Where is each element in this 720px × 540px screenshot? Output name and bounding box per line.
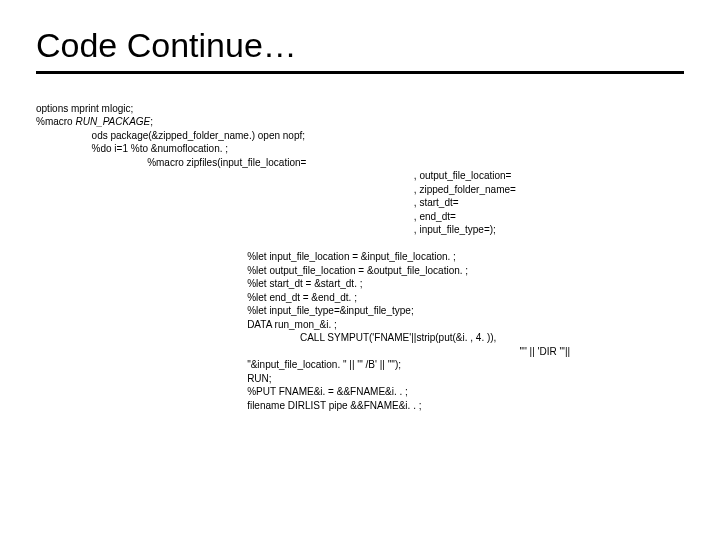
code-line: CALL SYMPUT('FNAME'||strip(put(&i. , 4. …	[36, 332, 496, 343]
code-line	[36, 238, 39, 249]
code-line: filename DIRLIST pipe &&FNAME&i. . ;	[36, 400, 421, 411]
code-line: ods package(&zipped_folder_name.) open n…	[36, 130, 305, 141]
code-line: %PUT FNAME&i. = &&FNAME&i. . ;	[36, 386, 408, 397]
code-line: %macro	[36, 116, 75, 127]
title-rule	[36, 71, 684, 74]
code-line: , input_file_type=);	[36, 224, 496, 235]
code-block: options mprint mlogic; %macro RUN_PACKAG…	[36, 88, 684, 426]
code-line: "&input_file_location. " || '" /B' || '"…	[36, 359, 401, 370]
code-line: %do i=1 %to &numoflocation. ;	[36, 143, 228, 154]
code-line: '"' || 'DIR "'||	[36, 346, 570, 357]
code-line: %let input_file_location = &input_file_l…	[36, 251, 456, 262]
macro-name: RUN_PACKAGE	[75, 116, 150, 127]
code-line: %let start_dt = &start_dt. ;	[36, 278, 362, 289]
code-line: %let output_file_location = &output_file…	[36, 265, 468, 276]
code-line: , zipped_folder_name=	[36, 184, 516, 195]
code-line: %macro zipfiles(input_file_location=	[36, 157, 306, 168]
code-line: DATA run_mon_&i. ;	[36, 319, 337, 330]
code-line: , output_file_location=	[36, 170, 511, 181]
code-line: , start_dt=	[36, 197, 459, 208]
code-line: options mprint mlogic;	[36, 103, 133, 114]
code-line: , end_dt=	[36, 211, 456, 222]
code-line: %let end_dt = &end_dt. ;	[36, 292, 357, 303]
code-line: ;	[150, 116, 153, 127]
code-line: %let input_file_type=&input_file_type;	[36, 305, 414, 316]
code-line: RUN;	[36, 373, 272, 384]
page-title: Code Continue…	[36, 26, 684, 65]
